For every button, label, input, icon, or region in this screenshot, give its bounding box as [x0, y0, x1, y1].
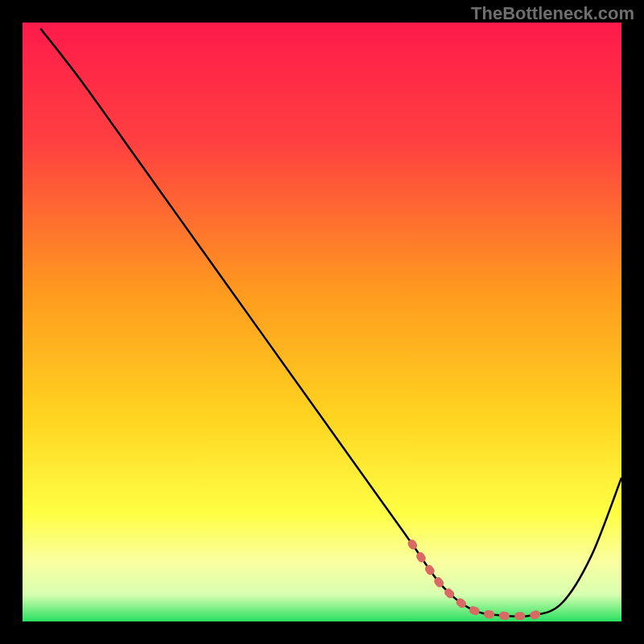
plot-area — [23, 23, 621, 621]
bottleneck-highlight — [412, 543, 538, 616]
watermark-text: TheBottleneck.com — [471, 3, 634, 24]
bottleneck-curve — [40, 28, 621, 617]
curve-layer — [23, 23, 621, 621]
